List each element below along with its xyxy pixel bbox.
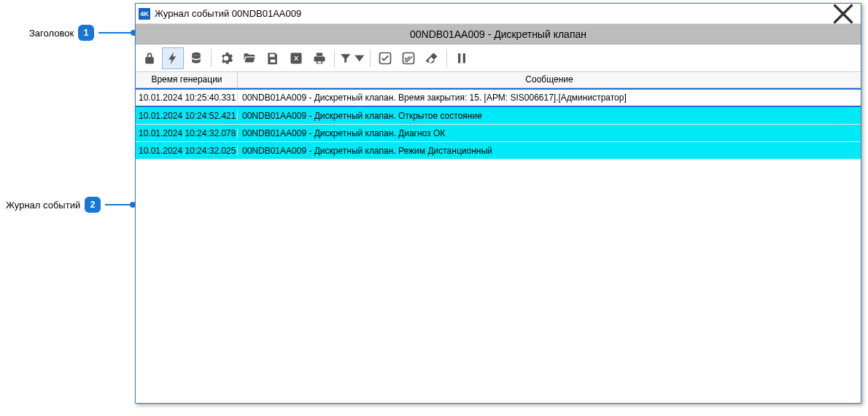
cell-time: 10.01.2024 10:24:52.421 [136, 111, 238, 121]
open-button[interactable] [239, 47, 260, 69]
table-row[interactable]: 10.01.2024 10:24:32.025 00NDB01AA009 - Д… [136, 142, 861, 160]
toolbar: X [136, 44, 861, 72]
cell-time: 10.01.2024 10:25:40.331 [136, 93, 238, 103]
database-icon [189, 51, 204, 66]
app-icon: 4K [139, 8, 150, 20]
toolbar-separator [446, 50, 447, 67]
table-row[interactable]: 10.01.2024 10:24:32.078 00NDB01AA009 - Д… [136, 125, 861, 142]
toolbar-separator [211, 50, 212, 67]
save-icon [266, 51, 280, 66]
bolt-button[interactable] [162, 47, 184, 69]
filter-icon [339, 51, 352, 66]
grid-header: Время генерации Сообщение [136, 72, 861, 88]
eraser-icon [425, 51, 439, 66]
callout-1-line [98, 32, 133, 34]
close-button[interactable] [829, 4, 858, 23]
column-header-time[interactable]: Время генерации [136, 72, 238, 87]
svg-text:X: X [294, 55, 299, 62]
cell-time: 10.01.2024 10:24:32.025 [136, 146, 238, 156]
grid-body[interactable]: 10.01.2024 10:25:40.331 00NDB01AA009 - Д… [136, 88, 861, 403]
excel-icon: X [289, 51, 303, 66]
database-button[interactable] [185, 47, 207, 69]
ack-all-button[interactable] [398, 47, 419, 69]
callout-1: Заголовок 1 [29, 25, 133, 41]
settings-button[interactable] [215, 47, 237, 69]
check-single-icon [378, 51, 392, 66]
table-row[interactable]: 10.01.2024 10:25:40.331 00NDB01AA009 - Д… [136, 88, 861, 107]
cell-time: 10.01.2024 10:24:32.078 [136, 128, 238, 138]
clear-button[interactable] [421, 47, 443, 69]
check-all-icon [401, 51, 416, 66]
filter-button[interactable] [338, 47, 366, 69]
export-excel-button[interactable]: X [285, 47, 307, 69]
svg-point-0 [192, 52, 201, 55]
svg-rect-5 [458, 53, 460, 63]
callout-2: Журнал событий 2 [6, 197, 133, 213]
bolt-icon [166, 51, 180, 66]
pause-icon [454, 51, 469, 66]
lock-button[interactable] [139, 47, 160, 69]
print-icon [312, 51, 327, 66]
cell-message: 00NDB01AA009 - Дискретный клапан. Диагно… [238, 128, 861, 138]
subtitle-bar: 00NDB01AA009 - Дискретный клапан [136, 24, 861, 44]
folder-open-icon [242, 51, 257, 66]
print-button[interactable] [309, 47, 330, 69]
toolbar-separator [370, 50, 371, 67]
cell-message: 00NDB01AA009 - Дискретный клапан. Открыт… [238, 111, 861, 121]
titlebar: 4K Журнал событий 00NDB01AA009 [136, 4, 861, 24]
callout-1-label: Заголовок [29, 28, 74, 39]
cell-message: 00NDB01AA009 - Дискретный клапан. Режим … [238, 146, 861, 156]
gear-icon [219, 51, 233, 66]
toolbar-separator [334, 50, 335, 67]
svg-rect-6 [463, 53, 465, 63]
save-button[interactable] [262, 47, 284, 69]
ack-single-button[interactable] [374, 47, 396, 69]
lock-icon [142, 51, 157, 66]
pause-button[interactable] [451, 47, 473, 69]
callout-2-badge: 2 [85, 197, 101, 213]
column-header-message[interactable]: Сообщение [238, 72, 861, 87]
callout-2-line [105, 204, 133, 205]
cell-message: 00NDB01AA009 - Дискретный клапан. Время … [238, 93, 861, 103]
window-title: Журнал событий 00NDB01AA009 [155, 8, 829, 19]
chevron-down-icon [353, 51, 366, 66]
callout-2-label: Журнал событий [6, 200, 80, 211]
subtitle-text: 00NDB01AA009 - Дискретный клапан [410, 28, 586, 40]
event-log-window: 4K Журнал событий 00NDB01AA009 00NDB01AA… [135, 3, 861, 404]
table-row[interactable]: 10.01.2024 10:24:52.421 00NDB01AA009 - Д… [136, 107, 861, 125]
callout-1-badge: 1 [78, 25, 94, 41]
